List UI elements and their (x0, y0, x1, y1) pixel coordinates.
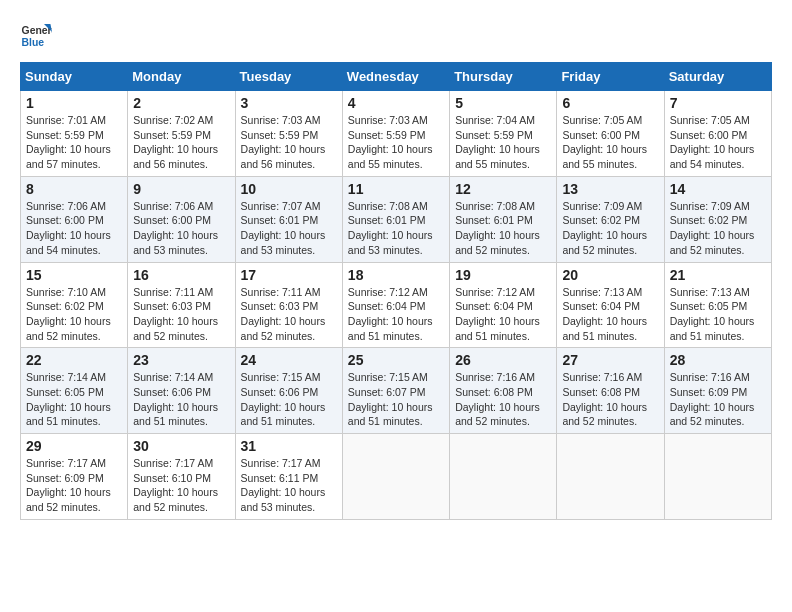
day-number: 19 (455, 267, 551, 283)
calendar-header: SundayMondayTuesdayWednesdayThursdayFrid… (21, 63, 772, 91)
calendar-cell: 8Sunrise: 7:06 AM Sunset: 6:00 PM Daylig… (21, 176, 128, 262)
calendar-cell: 23Sunrise: 7:14 AM Sunset: 6:06 PM Dayli… (128, 348, 235, 434)
calendar-cell: 3Sunrise: 7:03 AM Sunset: 5:59 PM Daylig… (235, 91, 342, 177)
day-info: Sunrise: 7:14 AM Sunset: 6:06 PM Dayligh… (133, 370, 229, 429)
calendar-table: SundayMondayTuesdayWednesdayThursdayFrid… (20, 62, 772, 520)
day-number: 30 (133, 438, 229, 454)
day-info: Sunrise: 7:16 AM Sunset: 6:09 PM Dayligh… (670, 370, 766, 429)
day-number: 10 (241, 181, 337, 197)
day-number: 12 (455, 181, 551, 197)
day-info: Sunrise: 7:08 AM Sunset: 6:01 PM Dayligh… (455, 199, 551, 258)
calendar-cell: 27Sunrise: 7:16 AM Sunset: 6:08 PM Dayli… (557, 348, 664, 434)
weekday-header-row: SundayMondayTuesdayWednesdayThursdayFrid… (21, 63, 772, 91)
weekday-header-tuesday: Tuesday (235, 63, 342, 91)
calendar-week-4: 22Sunrise: 7:14 AM Sunset: 6:05 PM Dayli… (21, 348, 772, 434)
day-info: Sunrise: 7:15 AM Sunset: 6:07 PM Dayligh… (348, 370, 444, 429)
day-number: 7 (670, 95, 766, 111)
day-info: Sunrise: 7:06 AM Sunset: 6:00 PM Dayligh… (133, 199, 229, 258)
calendar-cell: 18Sunrise: 7:12 AM Sunset: 6:04 PM Dayli… (342, 262, 449, 348)
day-info: Sunrise: 7:05 AM Sunset: 6:00 PM Dayligh… (670, 113, 766, 172)
day-info: Sunrise: 7:12 AM Sunset: 6:04 PM Dayligh… (348, 285, 444, 344)
day-info: Sunrise: 7:04 AM Sunset: 5:59 PM Dayligh… (455, 113, 551, 172)
day-info: Sunrise: 7:05 AM Sunset: 6:00 PM Dayligh… (562, 113, 658, 172)
calendar-cell: 7Sunrise: 7:05 AM Sunset: 6:00 PM Daylig… (664, 91, 771, 177)
day-number: 26 (455, 352, 551, 368)
calendar-cell: 25Sunrise: 7:15 AM Sunset: 6:07 PM Dayli… (342, 348, 449, 434)
day-number: 18 (348, 267, 444, 283)
logo-icon: General Blue (20, 20, 52, 52)
day-number: 3 (241, 95, 337, 111)
logo: General Blue (20, 20, 52, 52)
day-info: Sunrise: 7:13 AM Sunset: 6:05 PM Dayligh… (670, 285, 766, 344)
day-info: Sunrise: 7:17 AM Sunset: 6:11 PM Dayligh… (241, 456, 337, 515)
day-number: 5 (455, 95, 551, 111)
calendar-cell: 19Sunrise: 7:12 AM Sunset: 6:04 PM Dayli… (450, 262, 557, 348)
calendar-week-3: 15Sunrise: 7:10 AM Sunset: 6:02 PM Dayli… (21, 262, 772, 348)
calendar-cell (342, 434, 449, 520)
day-info: Sunrise: 7:15 AM Sunset: 6:06 PM Dayligh… (241, 370, 337, 429)
calendar-week-1: 1Sunrise: 7:01 AM Sunset: 5:59 PM Daylig… (21, 91, 772, 177)
day-info: Sunrise: 7:16 AM Sunset: 6:08 PM Dayligh… (455, 370, 551, 429)
day-info: Sunrise: 7:11 AM Sunset: 6:03 PM Dayligh… (133, 285, 229, 344)
day-number: 24 (241, 352, 337, 368)
day-number: 25 (348, 352, 444, 368)
calendar-cell: 5Sunrise: 7:04 AM Sunset: 5:59 PM Daylig… (450, 91, 557, 177)
day-number: 2 (133, 95, 229, 111)
calendar-cell: 21Sunrise: 7:13 AM Sunset: 6:05 PM Dayli… (664, 262, 771, 348)
weekday-header-friday: Friday (557, 63, 664, 91)
calendar-cell: 17Sunrise: 7:11 AM Sunset: 6:03 PM Dayli… (235, 262, 342, 348)
day-info: Sunrise: 7:03 AM Sunset: 5:59 PM Dayligh… (348, 113, 444, 172)
day-number: 31 (241, 438, 337, 454)
day-info: Sunrise: 7:11 AM Sunset: 6:03 PM Dayligh… (241, 285, 337, 344)
weekday-header-thursday: Thursday (450, 63, 557, 91)
calendar-cell: 10Sunrise: 7:07 AM Sunset: 6:01 PM Dayli… (235, 176, 342, 262)
day-info: Sunrise: 7:14 AM Sunset: 6:05 PM Dayligh… (26, 370, 122, 429)
weekday-header-wednesday: Wednesday (342, 63, 449, 91)
weekday-header-monday: Monday (128, 63, 235, 91)
calendar-cell: 6Sunrise: 7:05 AM Sunset: 6:00 PM Daylig… (557, 91, 664, 177)
day-info: Sunrise: 7:17 AM Sunset: 6:09 PM Dayligh… (26, 456, 122, 515)
calendar-week-5: 29Sunrise: 7:17 AM Sunset: 6:09 PM Dayli… (21, 434, 772, 520)
calendar-cell: 28Sunrise: 7:16 AM Sunset: 6:09 PM Dayli… (664, 348, 771, 434)
day-number: 16 (133, 267, 229, 283)
calendar-cell: 31Sunrise: 7:17 AM Sunset: 6:11 PM Dayli… (235, 434, 342, 520)
page-header: General Blue (20, 20, 772, 52)
calendar-cell: 22Sunrise: 7:14 AM Sunset: 6:05 PM Dayli… (21, 348, 128, 434)
day-info: Sunrise: 7:07 AM Sunset: 6:01 PM Dayligh… (241, 199, 337, 258)
day-info: Sunrise: 7:08 AM Sunset: 6:01 PM Dayligh… (348, 199, 444, 258)
calendar-cell: 20Sunrise: 7:13 AM Sunset: 6:04 PM Dayli… (557, 262, 664, 348)
calendar-cell: 15Sunrise: 7:10 AM Sunset: 6:02 PM Dayli… (21, 262, 128, 348)
calendar-cell (664, 434, 771, 520)
calendar-cell: 12Sunrise: 7:08 AM Sunset: 6:01 PM Dayli… (450, 176, 557, 262)
day-info: Sunrise: 7:03 AM Sunset: 5:59 PM Dayligh… (241, 113, 337, 172)
day-number: 1 (26, 95, 122, 111)
day-number: 20 (562, 267, 658, 283)
day-info: Sunrise: 7:09 AM Sunset: 6:02 PM Dayligh… (670, 199, 766, 258)
day-number: 11 (348, 181, 444, 197)
calendar-week-2: 8Sunrise: 7:06 AM Sunset: 6:00 PM Daylig… (21, 176, 772, 262)
calendar-cell: 11Sunrise: 7:08 AM Sunset: 6:01 PM Dayli… (342, 176, 449, 262)
day-info: Sunrise: 7:09 AM Sunset: 6:02 PM Dayligh… (562, 199, 658, 258)
day-number: 6 (562, 95, 658, 111)
day-info: Sunrise: 7:13 AM Sunset: 6:04 PM Dayligh… (562, 285, 658, 344)
calendar-cell: 1Sunrise: 7:01 AM Sunset: 5:59 PM Daylig… (21, 91, 128, 177)
day-info: Sunrise: 7:10 AM Sunset: 6:02 PM Dayligh… (26, 285, 122, 344)
day-number: 27 (562, 352, 658, 368)
day-number: 15 (26, 267, 122, 283)
calendar-cell: 13Sunrise: 7:09 AM Sunset: 6:02 PM Dayli… (557, 176, 664, 262)
day-number: 23 (133, 352, 229, 368)
day-info: Sunrise: 7:17 AM Sunset: 6:10 PM Dayligh… (133, 456, 229, 515)
calendar-body: 1Sunrise: 7:01 AM Sunset: 5:59 PM Daylig… (21, 91, 772, 520)
weekday-header-sunday: Sunday (21, 63, 128, 91)
calendar-cell: 4Sunrise: 7:03 AM Sunset: 5:59 PM Daylig… (342, 91, 449, 177)
calendar-cell: 16Sunrise: 7:11 AM Sunset: 6:03 PM Dayli… (128, 262, 235, 348)
day-number: 22 (26, 352, 122, 368)
calendar-cell: 26Sunrise: 7:16 AM Sunset: 6:08 PM Dayli… (450, 348, 557, 434)
svg-text:Blue: Blue (22, 37, 45, 48)
day-number: 14 (670, 181, 766, 197)
calendar-cell: 24Sunrise: 7:15 AM Sunset: 6:06 PM Dayli… (235, 348, 342, 434)
day-number: 8 (26, 181, 122, 197)
calendar-cell: 30Sunrise: 7:17 AM Sunset: 6:10 PM Dayli… (128, 434, 235, 520)
calendar-cell (557, 434, 664, 520)
day-number: 9 (133, 181, 229, 197)
